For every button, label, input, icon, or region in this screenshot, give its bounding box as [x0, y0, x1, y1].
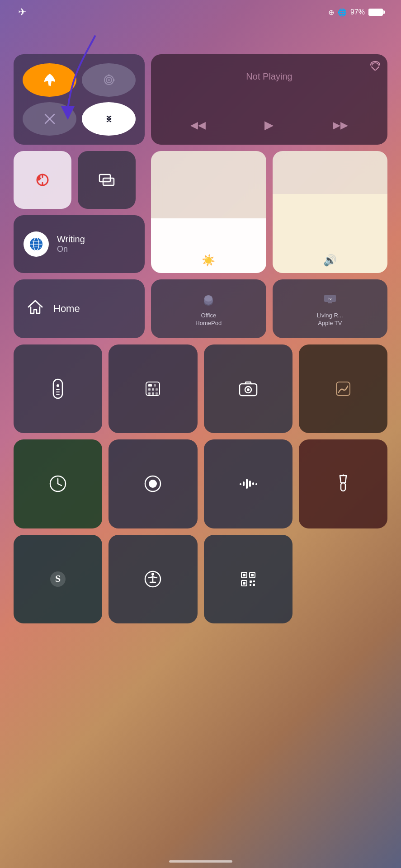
svg-rect-26 [148, 384, 152, 387]
svg-point-42 [149, 480, 157, 488]
svg-rect-18 [328, 302, 332, 303]
svg-point-21 [57, 384, 59, 387]
not-playing-label: Not Playing [161, 71, 377, 82]
living-room-appletv-button[interactable]: tv Living R...Apple TV [273, 279, 388, 338]
svg-rect-24 [56, 394, 60, 395]
voice-memos-button[interactable] [204, 439, 292, 528]
home-tile[interactable]: Home [14, 279, 145, 338]
svg-rect-31 [148, 392, 151, 395]
svg-rect-49 [341, 483, 345, 491]
writing-on-tile[interactable]: Writing On [14, 215, 145, 273]
svg-rect-22 [56, 389, 60, 390]
previous-button[interactable]: ◀◀ [190, 119, 206, 131]
app-row-2 [14, 439, 387, 528]
living-room-appletv-label: Living R...Apple TV [317, 312, 343, 327]
svg-rect-32 [152, 392, 154, 395]
writing-label: Writing [57, 234, 85, 245]
battery-icon [368, 9, 383, 16]
accessibility-button[interactable] [109, 535, 197, 623]
globe-icon: 🌐 [338, 8, 347, 17]
svg-rect-28 [148, 388, 151, 391]
app-row-3: S [14, 535, 387, 623]
svg-line-40 [58, 484, 61, 486]
remote-button[interactable] [14, 344, 102, 433]
volume-icon: 🔊 [323, 254, 337, 267]
svg-text:tv: tv [328, 297, 332, 301]
volume-slider[interactable]: 🔊 [273, 151, 388, 273]
svg-rect-37 [336, 382, 350, 396]
camera-button[interactable] [204, 344, 292, 433]
row-tools-sliders: Writing On ☀️ 🔊 [14, 151, 387, 273]
svg-rect-29 [152, 388, 154, 391]
brightness-slider[interactable]: ☀️ [151, 151, 266, 273]
svg-point-36 [247, 388, 250, 391]
small-tile-row [14, 151, 145, 209]
svg-point-16 [204, 295, 212, 302]
status-right: ⊕ 🌐 97% [328, 8, 383, 17]
shazam-button[interactable]: S [14, 535, 102, 623]
next-button[interactable]: ▶▶ [333, 119, 348, 131]
svg-rect-23 [56, 392, 60, 392]
home-pods: OfficeHomePod tv Living R...Apple TV [151, 279, 387, 338]
writing-text: Writing On [57, 234, 85, 254]
office-homepod-button[interactable]: OfficeHomePod [151, 279, 266, 338]
svg-text:S: S [55, 573, 61, 584]
svg-rect-20 [53, 379, 62, 398]
screen-mirror-button[interactable] [78, 151, 136, 209]
svg-marker-0 [61, 106, 75, 120]
now-playing-tile[interactable]: Not Playing ◀◀ ▶ ▶▶ [151, 54, 387, 145]
svg-rect-30 [156, 388, 158, 391]
appletv-icon: tv [321, 290, 339, 309]
airplane-status-icon: ✈ [18, 6, 26, 18]
empty-slot [299, 535, 387, 623]
homepod-icon [200, 290, 217, 309]
home-label: Home [53, 303, 80, 315]
qr-code-button[interactable] [204, 535, 292, 623]
annotation-arrow [45, 27, 113, 128]
svg-rect-27 [154, 384, 156, 387]
writing-sublabel: On [57, 245, 85, 254]
svg-rect-44 [243, 481, 245, 486]
svg-rect-48 [255, 483, 257, 485]
cc-tiles: Not Playing ◀◀ ▶ ▶▶ [14, 50, 387, 628]
office-homepod-label: OfficeHomePod [195, 312, 222, 327]
svg-rect-46 [249, 481, 251, 487]
media-controls: ◀◀ ▶ ▶▶ [161, 113, 377, 137]
svg-rect-65 [253, 584, 255, 586]
svg-rect-45 [246, 479, 248, 489]
svg-rect-62 [250, 580, 252, 583]
status-bar: ✈ ⊕ 🌐 97% [14, 0, 387, 23]
battery-percentage: 97% [350, 8, 365, 16]
record-button[interactable] [109, 439, 197, 528]
location-icon: ⊕ [328, 8, 334, 17]
airplay-icon [370, 61, 380, 73]
svg-rect-57 [243, 574, 245, 576]
svg-rect-43 [240, 483, 241, 485]
app-row-1 [14, 344, 387, 433]
home-icon [26, 298, 44, 320]
control-center: ✈ ⊕ 🌐 97% [0, 0, 401, 868]
row-home: Home OfficeHomePod [14, 279, 387, 338]
play-button[interactable]: ▶ [264, 118, 274, 132]
brightness-icon: ☀️ [202, 254, 215, 267]
svg-rect-64 [250, 584, 251, 586]
small-tiles-group: Writing On [14, 151, 145, 273]
svg-rect-33 [156, 392, 158, 395]
clock-button[interactable] [14, 439, 102, 528]
rotation-lock-button[interactable] [14, 151, 71, 209]
signature-button[interactable] [299, 344, 387, 433]
svg-rect-59 [251, 574, 254, 576]
svg-point-54 [151, 573, 154, 576]
svg-rect-61 [243, 582, 245, 585]
flashlight-button[interactable] [299, 439, 387, 528]
svg-rect-10 [103, 178, 114, 185]
calculator-button[interactable] [109, 344, 197, 433]
svg-rect-63 [253, 580, 255, 582]
sliders-group: ☀️ 🔊 [151, 151, 387, 273]
svg-rect-47 [252, 482, 254, 485]
writing-globe-icon [24, 231, 49, 257]
home-indicator[interactable] [169, 860, 232, 863]
